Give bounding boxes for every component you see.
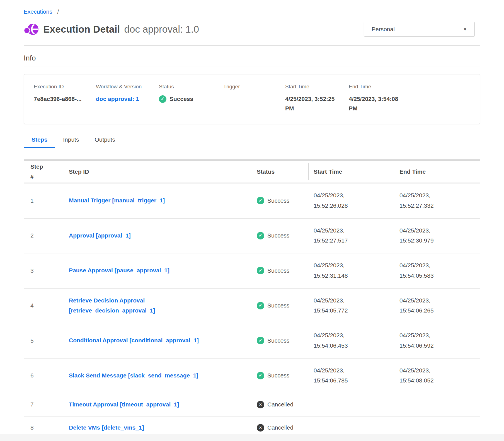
end-time-value: 4/25/2023, 3:54:08 PM (349, 94, 406, 113)
step-table-row: 5 Conditional Approval [conditional_appr… (24, 323, 480, 358)
step-number: 4 (24, 302, 61, 309)
execution-info-card: Execution ID 7e8ac396-a868-... Workflow … (24, 74, 480, 124)
tab-steps[interactable]: Steps (24, 136, 55, 148)
step-end-time: 04/25/2023, 15:54:05.583 (395, 260, 480, 281)
step-number: 3 (24, 267, 61, 274)
breadcrumb-executions-link[interactable]: Executions (24, 8, 52, 15)
step-table-row: 1 Manual Trigger [manual_trigger_1] ✓ Su… (24, 183, 480, 219)
workflow-version-link[interactable]: doc approval: 1 (96, 96, 139, 102)
step-end-time: 04/25/2023, 15:52:27.332 (395, 190, 480, 211)
execution-id-value: 7e8ac396-a868-... (34, 94, 91, 104)
status-text: Success (267, 197, 289, 204)
success-status-icon: ✓ (257, 267, 264, 274)
column-header-start-time: Start Time (309, 161, 395, 183)
step-id-link[interactable]: Conditional Approval [conditional_approv… (69, 335, 199, 346)
status-text: Cancelled (267, 424, 293, 431)
step-id-link[interactable]: Delete VMs [delete_vms_1] (69, 423, 144, 433)
step-table-row: 2 Approval [approval_1] ✓ Success 04/25/… (24, 219, 480, 254)
execution-detail-page: Executions / Execution Detail doc approv… (0, 8, 504, 440)
step-table-row: 6 Slack Send Message [slack_send_message… (24, 358, 480, 394)
page-title: Execution Detail (43, 24, 120, 35)
step-start-time: 04/25/2023, 15:52:31.148 (309, 260, 395, 281)
title-row: Execution Detail doc approval: 1.0 Perso… (24, 22, 480, 37)
breadcrumb-separator: / (57, 8, 59, 15)
step-number: 1 (24, 197, 61, 204)
breadcrumb: Executions / (24, 8, 480, 15)
field-label: End Time (349, 84, 474, 90)
step-id-link[interactable]: Pause Approval [pause_approval_1] (69, 265, 169, 276)
step-end-time: 04/25/2023, 15:54:08.052 (395, 365, 480, 386)
field-label: Workflow & Version (96, 84, 159, 90)
step-end-time: 04/25/2023, 15:54:06.265 (395, 295, 480, 316)
status-text: Success (267, 337, 289, 344)
success-status-icon: ✓ (257, 197, 264, 204)
info-field-trigger: Trigger (223, 84, 285, 113)
status-text: Success (267, 372, 289, 379)
column-header-step-id: Step ID (61, 161, 252, 183)
column-header-status: Status (252, 161, 309, 183)
success-status-icon: ✓ (257, 337, 264, 344)
success-status-icon: ✓ (159, 95, 166, 103)
step-id-link[interactable]: Retrieve Decision Approval [retrieve_dec… (69, 295, 208, 316)
scope-selector-value: Personal (372, 26, 395, 33)
steps-table-header: Step # Step ID Status Start Time End Tim… (24, 159, 480, 183)
status-text: Success (267, 267, 289, 274)
info-field-execution-id: Execution ID 7e8ac396-a868-... (34, 84, 96, 113)
header-divider (24, 45, 480, 46)
step-id-link[interactable]: Timeout Approval [timeout_approval_1] (69, 399, 179, 410)
step-id-link[interactable]: Manual Trigger [manual_trigger_1] (69, 195, 165, 206)
step-number: 6 (24, 372, 61, 379)
step-id-link[interactable]: Slack Send Message [slack_send_message_1… (69, 370, 198, 381)
info-field-workflow-version: Workflow & Version doc approval: 1 (96, 84, 159, 113)
step-number: 2 (24, 232, 61, 239)
field-label: Execution ID (34, 84, 96, 90)
step-end-time: 04/25/2023, 15:54:06.592 (395, 330, 480, 351)
status-text: Success (267, 302, 289, 309)
step-status: ✓ Success (252, 267, 309, 274)
chevron-down-icon: ▼ (463, 27, 467, 32)
steps-table: Step # Step ID Status Start Time End Tim… (24, 159, 480, 440)
step-status: ✕ Cancelled (252, 424, 309, 432)
column-header-step-number: Step # (24, 161, 61, 183)
step-status: ✓ Success (252, 197, 309, 204)
step-id-link[interactable]: Approval [approval_1] (69, 231, 131, 241)
step-status: ✓ Success (252, 302, 309, 309)
step-start-time: 04/25/2023, 15:54:06.785 (309, 365, 395, 386)
detail-tabs: Steps Inputs Outputs (24, 136, 480, 148)
step-end-time: 04/25/2023, 15:52:30.979 (395, 226, 480, 246)
field-label: Trigger (223, 84, 285, 90)
info-field-status: Status ✓ Success (159, 84, 223, 113)
start-time-value: 4/25/2023, 3:52:25 PM (285, 94, 342, 113)
tab-inputs[interactable]: Inputs (55, 136, 87, 148)
step-status: ✓ Success (252, 337, 309, 344)
workflow-brand-icon (24, 23, 39, 36)
page-subtitle: doc approval: 1.0 (124, 24, 199, 35)
status-text: Cancelled (267, 401, 293, 408)
tab-outputs[interactable]: Outputs (87, 136, 123, 148)
info-divider (24, 67, 480, 67)
step-table-row: 4 Retrieve Decision Approval [retrieve_d… (24, 289, 480, 324)
step-table-row: 7 Timeout Approval [timeout_approval_1] … (24, 393, 480, 416)
info-field-start-time: Start Time 4/25/2023, 3:52:25 PM (285, 84, 349, 113)
step-status: ✓ Success (252, 372, 309, 379)
cancelled-status-icon: ✕ (257, 401, 264, 408)
step-start-time: 04/25/2023, 15:52:27.517 (309, 226, 395, 246)
cancelled-status-icon: ✕ (257, 424, 264, 432)
field-label: Status (159, 84, 223, 90)
step-start-time: 04/25/2023, 15:54:05.772 (309, 295, 395, 316)
step-start-time: 04/25/2023, 15:52:26.028 (309, 190, 395, 211)
step-status: ✕ Cancelled (252, 401, 309, 408)
step-number: 5 (24, 337, 61, 344)
step-status: ✓ Success (252, 232, 309, 239)
status-value: Success (169, 94, 193, 104)
field-label: Start Time (285, 84, 349, 90)
scope-selector-dropdown[interactable]: Personal ▼ (364, 22, 475, 37)
step-number: 7 (24, 401, 61, 408)
success-status-icon: ✓ (257, 302, 264, 309)
step-start-time: 04/25/2023, 15:54:06.453 (309, 330, 395, 351)
success-status-icon: ✓ (257, 232, 264, 239)
column-header-end-time: End Time (395, 161, 480, 183)
success-status-icon: ✓ (257, 372, 264, 379)
step-table-row: 3 Pause Approval [pause_approval_1] ✓ Su… (24, 253, 480, 289)
page-bottom-strip (0, 434, 504, 441)
